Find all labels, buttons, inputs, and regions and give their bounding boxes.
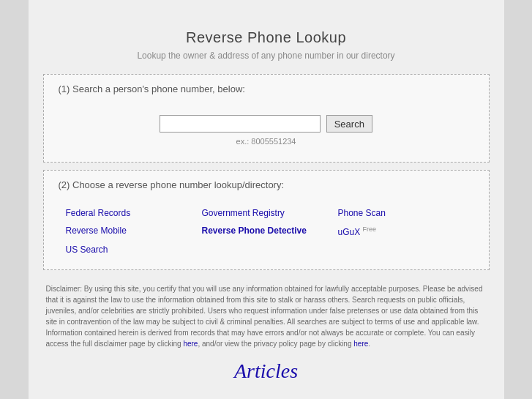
directory-links: Federal Records Government Registry Phon… — [59, 199, 474, 261]
disclaimer-text2: , and/or view the privacy policy page by… — [198, 340, 353, 348]
link-reverse-mobile[interactable]: Reverse Mobile — [66, 224, 202, 239]
link-ugux[interactable]: uGuX Free — [338, 224, 474, 239]
disclaimer-text1: Disclaimer: By using this site, you cert… — [46, 285, 483, 348]
page-title: Reverse Phone Lookup — [43, 29, 490, 46]
section1-heading: (1) Search a person's phone number, belo… — [59, 83, 474, 94]
search-button[interactable]: Search — [326, 115, 372, 133]
directory-grid: Federal Records Government Registry Phon… — [59, 206, 474, 256]
link-us-search[interactable]: US Search — [66, 243, 202, 256]
search-area: Search ex.: 8005551234 — [59, 103, 474, 153]
disclaimer-here2-link[interactable]: here — [353, 340, 368, 348]
disclaimer-here1-link[interactable]: here — [183, 340, 198, 348]
link-reverse-phone-detective[interactable]: Reverse Phone Detective — [202, 224, 338, 239]
section2-box: (2) Choose a reverse phone number lookup… — [43, 170, 490, 270]
disclaimer: Disclaimer: By using this site, you cert… — [43, 283, 490, 349]
page-subtitle: Lookup the owner & address of any phone … — [43, 51, 490, 61]
search-example: ex.: 8005551234 — [59, 137, 474, 146]
section1-box: (1) Search a person's phone number, belo… — [43, 74, 490, 163]
link-phone-scan[interactable]: Phone Scan — [338, 206, 474, 220]
link-federal-records[interactable]: Federal Records — [66, 206, 202, 220]
articles-heading: Articles — [43, 359, 490, 383]
page-wrapper: Reverse Phone Lookup Lookup the owner & … — [29, 0, 504, 399]
link-government-registry[interactable]: Government Registry — [202, 206, 338, 220]
free-badge: Free — [363, 225, 377, 233]
section2-heading: (2) Choose a reverse phone number lookup… — [59, 179, 474, 190]
phone-search-input[interactable] — [160, 115, 321, 133]
disclaimer-text3: . — [368, 340, 370, 348]
